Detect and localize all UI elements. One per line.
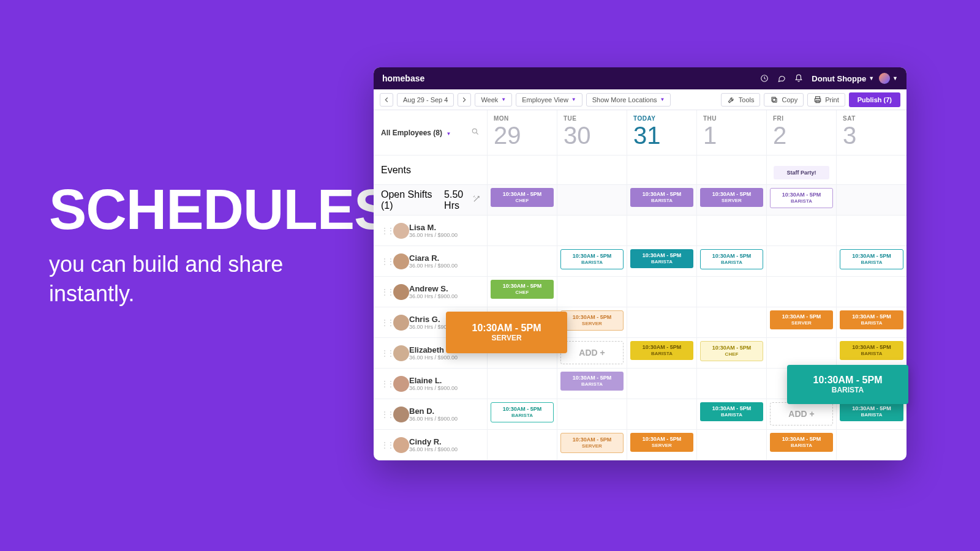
shift-cell[interactable] <box>837 216 907 246</box>
shift-chip[interactable]: 10:30AM - 5PMBARISTA <box>840 341 903 360</box>
event-cell[interactable] <box>697 156 767 185</box>
shift-cell[interactable] <box>697 216 767 246</box>
shift-chip[interactable]: 10:30AM - 5PMBARISTA <box>770 188 833 208</box>
magic-wand-icon[interactable] <box>472 195 481 205</box>
next-week-button[interactable] <box>458 93 471 107</box>
shift-chip[interactable]: 10:30AM - 5PMBARISTA <box>770 433 833 452</box>
shift-cell[interactable] <box>837 277 907 307</box>
shift-chip[interactable]: 10:30AM - 5PMBARISTA <box>560 372 624 391</box>
employee-header[interactable]: ⋮⋮ Andrew S. 36.00 Hrs / $900.00 <box>374 277 488 307</box>
shift-chip[interactable]: 10:30AM - 5PMBARISTA <box>630 341 693 360</box>
shift-cell[interactable]: 10:30AM - 5PMBARISTA <box>557 246 627 277</box>
shift-cell[interactable] <box>697 369 767 399</box>
shift-cell[interactable] <box>697 277 767 307</box>
shop-switcher[interactable]: Donut Shoppe ▼ <box>812 74 874 83</box>
shift-cell[interactable]: ADD + <box>557 338 627 369</box>
employee-header[interactable]: ⋮⋮ Lisa M. 36.00 Hrs / $900.00 <box>374 216 488 246</box>
dragging-shift-barista[interactable]: 10:30AM - 5PM BARISTA <box>787 365 908 404</box>
locations-select[interactable]: Show More Locations ▼ <box>586 93 671 107</box>
drag-handle-icon[interactable]: ⋮⋮ <box>381 227 393 235</box>
shift-cell[interactable]: 10:30AM - 5PMBARISTA <box>837 307 907 338</box>
event-cell[interactable] <box>837 156 907 185</box>
clock-icon[interactable] <box>760 74 769 83</box>
employee-filter[interactable]: All Employees (8) ▼ <box>374 110 488 156</box>
employee-header[interactable]: ⋮⋮ Ciara R. 36.00 Hrs / $900.00 <box>374 246 488 277</box>
shift-chip[interactable]: 10:30AM - 5PMBARISTA <box>630 188 693 207</box>
user-avatar[interactable] <box>879 73 890 84</box>
open-shift-cell[interactable]: 10:30AM - 5PMCHEF <box>488 185 557 216</box>
add-shift-button[interactable]: ADD + <box>770 402 833 425</box>
tools-button[interactable]: Tools <box>721 93 761 107</box>
shift-cell[interactable]: 10:30AM - 5PMBARISTA <box>488 399 557 430</box>
open-shift-cell[interactable]: 10:30AM - 5PMSERVER <box>697 185 767 216</box>
shift-cell[interactable] <box>837 430 907 460</box>
shift-chip[interactable]: 10:30AM - 5PMCHEF <box>491 280 554 299</box>
shift-cell[interactable]: 10:30AM - 5PMSERVER <box>557 307 627 338</box>
copy-button[interactable]: Copy <box>764 93 804 107</box>
drag-handle-icon[interactable]: ⋮⋮ <box>381 288 393 296</box>
shift-chip[interactable]: 10:30AM - 5PMSERVER <box>560 310 624 331</box>
shift-cell[interactable] <box>627 369 697 399</box>
shift-chip[interactable]: 10:30AM - 5PMBARISTA <box>840 402 903 421</box>
view-mode-select[interactable]: Employee View ▼ <box>516 93 582 107</box>
search-icon[interactable] <box>471 127 480 138</box>
shift-cell[interactable] <box>557 216 627 246</box>
drag-handle-icon[interactable]: ⋮⋮ <box>381 318 393 327</box>
shift-cell[interactable] <box>557 277 627 307</box>
shift-cell[interactable] <box>627 307 697 338</box>
shift-chip[interactable]: 10:30AM - 5PMBARISTA <box>700 402 763 421</box>
shift-chip[interactable]: 10:30AM - 5PMBARISTA <box>840 249 903 269</box>
event-cell[interactable]: Staff Party! <box>767 156 837 185</box>
drag-handle-icon[interactable]: ⋮⋮ <box>381 441 393 449</box>
shift-cell[interactable]: 10:30AM - 5PMBARISTA <box>837 246 907 277</box>
employee-header[interactable]: ⋮⋮ Ben D. 36.00 Hrs / $900.00 <box>374 399 488 430</box>
period-select[interactable]: Week ▼ <box>475 93 512 107</box>
open-shift-cell[interactable]: 10:30AM - 5PMBARISTA <box>627 185 697 216</box>
shift-cell[interactable]: 10:30AM - 5PMBARISTA <box>697 399 767 430</box>
shift-cell[interactable] <box>627 277 697 307</box>
shift-chip[interactable]: 10:30AM - 5PMSERVER <box>700 188 763 207</box>
shift-cell[interactable] <box>488 430 557 460</box>
shift-cell[interactable] <box>767 216 837 246</box>
open-shift-cell[interactable] <box>557 185 627 216</box>
drag-handle-icon[interactable]: ⋮⋮ <box>381 410 393 419</box>
shift-chip[interactable]: 10:30AM - 5PMSERVER <box>770 310 833 329</box>
shift-cell[interactable]: 10:30AM - 5PMBARISTA <box>767 430 837 460</box>
shift-chip[interactable]: 10:30AM - 5PMBARISTA <box>560 249 624 269</box>
shift-chip[interactable]: 10:30AM - 5PMBARISTA <box>491 402 554 422</box>
shift-cell[interactable] <box>627 399 697 430</box>
shift-cell[interactable] <box>697 307 767 338</box>
event-cell[interactable] <box>488 156 557 185</box>
shift-chip[interactable]: 10:30AM - 5PMBARISTA <box>630 249 693 268</box>
prev-week-button[interactable] <box>380 93 393 107</box>
shift-cell[interactable] <box>488 369 557 399</box>
shift-cell[interactable] <box>557 399 627 430</box>
shift-cell[interactable] <box>627 216 697 246</box>
drag-handle-icon[interactable]: ⋮⋮ <box>381 349 393 358</box>
shift-chip[interactable]: 10:30AM - 5PMCHEF <box>491 188 554 207</box>
chat-icon[interactable] <box>777 74 786 83</box>
shift-cell[interactable]: 10:30AM - 5PMSERVER <box>627 430 697 460</box>
employee-header[interactable]: ⋮⋮ Cindy R. 36.00 Hrs / $900.00 <box>374 430 488 460</box>
shift-cell[interactable] <box>697 430 767 460</box>
shift-chip[interactable]: 10:30AM - 5PMSERVER <box>630 433 693 452</box>
shift-cell[interactable] <box>767 338 837 369</box>
shift-cell[interactable]: 10:30AM - 5PMCHEF <box>697 338 767 369</box>
shift-chip[interactable]: 10:30AM - 5PMCHEF <box>700 341 763 361</box>
shift-cell[interactable]: 10:30AM - 5PMCHEF <box>488 277 557 307</box>
dragging-shift-server[interactable]: 10:30AM - 5PM SERVER <box>446 312 567 353</box>
shift-cell[interactable]: 10:30AM - 5PMBARISTA <box>627 338 697 369</box>
event-chip[interactable]: Staff Party! <box>774 166 829 179</box>
shift-cell[interactable]: 10:30AM - 5PMBARISTA <box>697 246 767 277</box>
shift-chip[interactable]: 10:30AM - 5PMSERVER <box>560 433 624 453</box>
shift-cell[interactable] <box>767 277 837 307</box>
publish-button[interactable]: Publish (7) <box>849 92 900 107</box>
date-range-button[interactable]: Aug 29 - Sep 4 <box>397 93 454 107</box>
employee-header[interactable]: ⋮⋮ Elaine L. 36.00 Hrs / $900.00 <box>374 369 488 399</box>
shift-cell[interactable]: 10:30AM - 5PMBARISTA <box>837 338 907 369</box>
drag-handle-icon[interactable]: ⋮⋮ <box>381 380 393 388</box>
add-shift-button[interactable]: ADD + <box>560 341 624 364</box>
shift-cell[interactable] <box>488 216 557 246</box>
print-button[interactable]: Print <box>807 93 845 107</box>
shift-cell[interactable] <box>767 246 837 277</box>
